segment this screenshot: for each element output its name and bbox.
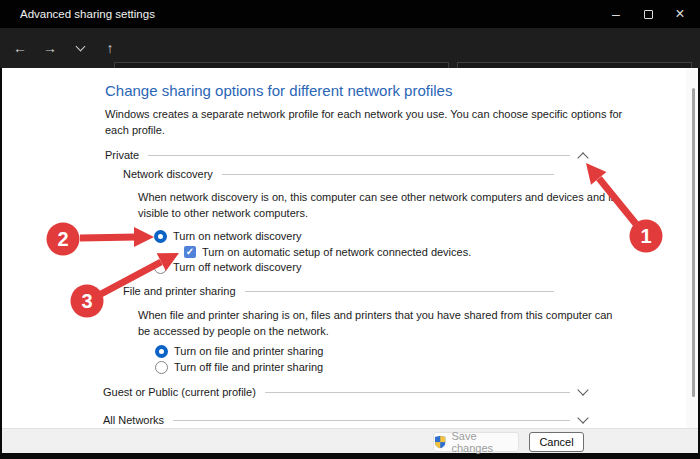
forward-icon: → [43, 40, 57, 56]
scrollbar-thumb[interactable] [692, 88, 695, 397]
option-turn-off-network-discovery[interactable]: Turn off network discovery [154, 260, 301, 274]
back-icon: ← [13, 40, 27, 56]
divider [245, 291, 554, 292]
radio-label[interactable]: Turn off file and printer sharing [174, 361, 323, 373]
cancel-button[interactable]: Cancel [529, 432, 584, 452]
chevron-down-icon[interactable] [577, 412, 588, 423]
section-all-networks[interactable]: All Networks [103, 413, 587, 427]
divider [173, 420, 570, 421]
minimize-icon: – [612, 6, 620, 22]
checkbox-label[interactable]: Turn on automatic setup of network conne… [202, 246, 471, 258]
network-discovery-description: When network discovery is on, this compu… [138, 189, 616, 221]
back-button[interactable]: ← [5, 33, 35, 63]
titlebar: Advanced sharing settings – × [0, 0, 700, 28]
settings-panel: Change sharing options for different net… [2, 68, 698, 428]
checkbox-automatic-setup[interactable]: ✓ [184, 246, 196, 258]
divider [265, 392, 570, 393]
radio-label[interactable]: Turn on file and printer sharing [174, 345, 323, 357]
up-icon: ↑ [107, 40, 114, 56]
cancel-label: Cancel [539, 436, 573, 448]
recent-pages-button[interactable] [65, 33, 95, 63]
maximize-icon [644, 10, 653, 19]
page-intro: Windows creates a separate network profi… [105, 106, 622, 138]
network-discovery-label: Network discovery [123, 168, 213, 180]
up-button[interactable]: ↑ [95, 33, 125, 63]
advanced-sharing-settings-window: Advanced sharing settings – × ← → [0, 0, 700, 459]
navigation-bar: ← → ↑ « Network and S... › Advanced shar… [0, 28, 700, 68]
save-changes-button[interactable]: Save changes [433, 432, 519, 452]
all-networks-label: All Networks [103, 414, 164, 426]
close-button[interactable]: × [664, 0, 696, 28]
check-icon: ✓ [186, 246, 194, 257]
save-changes-label: Save changes [451, 430, 518, 454]
section-private[interactable]: Private [105, 148, 587, 162]
radio-label[interactable]: Turn on network discovery [173, 230, 302, 242]
subsection-file-printer-sharing: File and printer sharing [123, 284, 563, 298]
chevron-down-icon [75, 42, 85, 52]
window-title: Advanced sharing settings [20, 8, 155, 20]
radio-on-network-discovery[interactable] [154, 230, 167, 243]
footer-bar: Save changes Cancel [2, 428, 698, 453]
option-turn-on-network-discovery[interactable]: Turn on network discovery [154, 229, 302, 243]
close-icon: × [675, 5, 684, 23]
radio-on-file-printer[interactable] [155, 345, 168, 358]
subsection-network-discovery: Network discovery [123, 167, 563, 181]
divider [222, 174, 554, 175]
maximize-button[interactable] [632, 0, 664, 28]
radio-label[interactable]: Turn off network discovery [173, 261, 301, 273]
page-title: Change sharing options for different net… [105, 82, 452, 99]
chevron-down-icon[interactable] [577, 384, 588, 395]
scrollbar-track[interactable] [686, 68, 698, 428]
file-printer-label: File and printer sharing [123, 285, 236, 297]
uac-shield-icon [434, 435, 446, 449]
guest-public-label: Guest or Public (current profile) [103, 386, 256, 398]
chevron-up-icon[interactable] [577, 152, 588, 163]
radio-off-network-discovery[interactable] [154, 261, 167, 274]
section-guest-public[interactable]: Guest or Public (current profile) [103, 385, 587, 399]
section-private-label: Private [105, 149, 139, 161]
file-printer-description: When file and printer sharing is on, fil… [138, 307, 612, 339]
forward-button[interactable]: → [35, 33, 65, 63]
window-controls: – × [600, 0, 696, 28]
divider [148, 155, 570, 156]
option-turn-on-file-printer[interactable]: Turn on file and printer sharing [155, 344, 323, 358]
radio-off-file-printer[interactable] [155, 361, 168, 374]
option-automatic-setup[interactable]: ✓ Turn on automatic setup of network con… [184, 245, 471, 259]
minimize-button[interactable]: – [600, 0, 632, 28]
option-turn-off-file-printer[interactable]: Turn off file and printer sharing [155, 360, 323, 374]
